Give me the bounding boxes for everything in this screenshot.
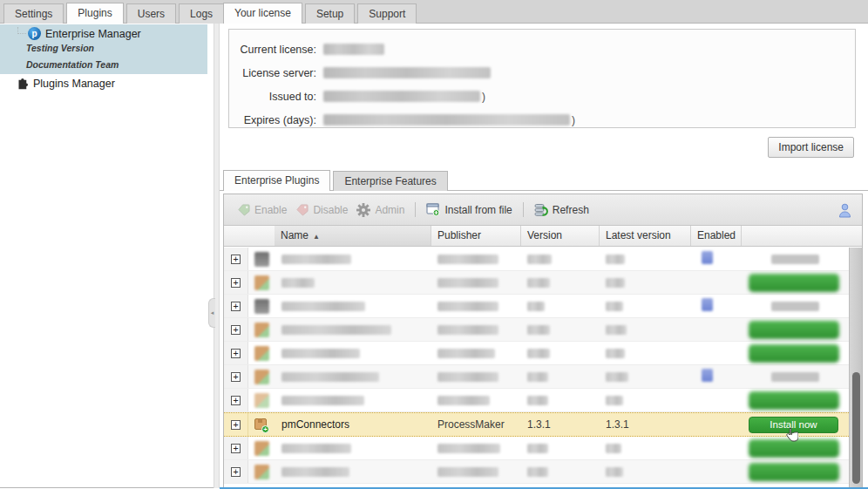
header-name[interactable]: Name▲ bbox=[275, 226, 431, 246]
table-row[interactable]: + bbox=[224, 437, 849, 460]
expand-toggle[interactable]: + bbox=[224, 295, 248, 317]
processmaker-enterprise-manager-window: Settings Plugins Users Logs Your license… bbox=[0, 0, 868, 489]
redacted-text bbox=[437, 467, 498, 477]
tree-node-subtitle: Testing Version bbox=[26, 43, 207, 53]
redacted-text bbox=[606, 302, 623, 311]
table-row[interactable]: + bbox=[224, 365, 849, 389]
plugin-name-redacted bbox=[275, 465, 431, 478]
redacted-text bbox=[606, 278, 625, 288]
plugin-latest-redacted bbox=[600, 347, 691, 359]
plugin-version: 1.3.1 bbox=[521, 418, 600, 431]
table-row[interactable]: + bbox=[224, 248, 849, 271]
plugin-icon bbox=[248, 370, 275, 384]
table-row[interactable]: + bbox=[224, 271, 849, 295]
expand-toggle[interactable]: + bbox=[224, 271, 248, 294]
redacted-install-button[interactable] bbox=[749, 344, 839, 363]
admin-button[interactable]: Admin bbox=[352, 203, 409, 217]
redacted-install-button[interactable] bbox=[749, 463, 839, 481]
plugin-latest-redacted bbox=[600, 442, 691, 454]
redacted-text bbox=[281, 325, 391, 335]
header-version[interactable]: Version bbox=[521, 226, 600, 246]
plugin-latest-redacted bbox=[600, 323, 691, 336]
panel-divider[interactable]: ◂ bbox=[214, 24, 220, 488]
tab-logs[interactable]: Logs bbox=[179, 3, 224, 24]
plugin-version-redacted bbox=[521, 323, 600, 336]
table-row[interactable]: + bbox=[224, 318, 849, 342]
plugin-icon bbox=[248, 393, 275, 408]
header-scrollbar-spacer bbox=[849, 226, 862, 246]
vertical-scrollbar[interactable] bbox=[849, 248, 862, 487]
license-field-row: Expires (days): ) bbox=[229, 108, 855, 132]
expand-plus-icon: + bbox=[231, 325, 241, 335]
install-now-button[interactable]: Install now bbox=[749, 417, 838, 433]
table-row-pmconnectors[interactable]: + + pmConnectors ProcessMaker 1.3.1 1.3.… bbox=[224, 412, 849, 437]
tab-your-license[interactable]: Your license bbox=[223, 3, 302, 24]
tab-setup[interactable]: Setup bbox=[305, 3, 355, 24]
redacted-install-button[interactable] bbox=[749, 391, 839, 410]
enable-button[interactable]: Enable bbox=[233, 204, 291, 216]
table-header: Name▲ Publisher Version Latest version E… bbox=[224, 226, 862, 247]
tab-plugins[interactable]: Plugins bbox=[66, 3, 123, 24]
redacted-install-button[interactable] bbox=[749, 274, 839, 292]
refresh-button[interactable]: Refresh bbox=[530, 203, 593, 217]
tab-support[interactable]: Support bbox=[357, 3, 417, 24]
import-license-button[interactable]: Import license bbox=[768, 137, 854, 158]
tab-enterprise-features[interactable]: Enterprise Features bbox=[333, 171, 447, 191]
plugin-version-redacted bbox=[521, 253, 600, 265]
expand-toggle[interactable]: + bbox=[224, 389, 248, 411]
install-from-file-button[interactable]: Install from file bbox=[422, 203, 516, 216]
redacted-enabled-checkbox bbox=[702, 369, 713, 382]
plugin-publisher-redacted bbox=[431, 394, 521, 406]
expand-toggle[interactable]: + bbox=[224, 413, 248, 436]
redacted-text bbox=[527, 444, 548, 453]
tree-node-enterprise-manager[interactable]: p Enterprise Manager Testing Version Doc… bbox=[0, 24, 207, 74]
expand-toggle[interactable]: + bbox=[224, 365, 248, 388]
tree-node-plugins-manager[interactable]: Plugins Manager bbox=[16, 78, 115, 90]
header-publisher[interactable]: Publisher bbox=[431, 226, 521, 246]
expand-toggle[interactable]: + bbox=[224, 318, 248, 341]
tab-settings[interactable]: Settings bbox=[3, 3, 64, 24]
expand-toggle[interactable]: + bbox=[224, 342, 248, 364]
redacted-text bbox=[281, 255, 351, 264]
tab-enterprise-plugins[interactable]: Enterprise Plugins bbox=[223, 170, 330, 191]
expand-toggle[interactable]: + bbox=[224, 437, 248, 459]
plugins-toolbar: Enable Disable bbox=[224, 194, 862, 226]
plugin-icon bbox=[248, 323, 275, 337]
install-from-file-label: Install from file bbox=[444, 204, 512, 216]
redacted-text bbox=[606, 467, 623, 477]
plugin-latest-version: 1.3.1 bbox=[600, 418, 691, 431]
tab-users[interactable]: Users bbox=[126, 3, 176, 24]
redacted-text bbox=[437, 325, 498, 335]
redacted-action bbox=[771, 302, 819, 311]
table-row[interactable]: + bbox=[224, 295, 849, 318]
table-row[interactable]: + bbox=[224, 342, 849, 365]
redacted-value bbox=[323, 114, 570, 126]
collapse-panel-handle[interactable]: ◂ bbox=[208, 298, 215, 328]
puzzle-piece-icon bbox=[16, 78, 28, 90]
admin-label: Admin bbox=[375, 204, 404, 216]
disable-button[interactable]: Disable bbox=[291, 204, 352, 216]
table-row[interactable]: + bbox=[224, 460, 849, 484]
user-icon[interactable] bbox=[838, 203, 851, 218]
plugin-action-cell bbox=[742, 255, 849, 264]
header-enabled[interactable]: Enabled bbox=[691, 226, 742, 246]
header-latest-version[interactable]: Latest version bbox=[600, 226, 691, 246]
scrollbar-thumb[interactable] bbox=[852, 372, 860, 484]
field-label: Expires (days): bbox=[229, 114, 316, 126]
tree-node-label: Enterprise Manager bbox=[45, 28, 141, 40]
expand-toggle[interactable]: + bbox=[224, 248, 248, 270]
redacted-text bbox=[281, 396, 364, 405]
redacted-value bbox=[323, 91, 480, 102]
redacted-install-button[interactable] bbox=[749, 321, 839, 339]
plugin-version-redacted bbox=[521, 442, 600, 454]
expand-toggle[interactable]: + bbox=[224, 460, 248, 483]
license-field-row: License server: bbox=[229, 61, 855, 85]
redacted-text bbox=[437, 278, 498, 288]
plugin-version-redacted bbox=[521, 276, 600, 289]
plugin-action-cell: Install now bbox=[742, 417, 849, 433]
redacted-text bbox=[281, 278, 315, 288]
field-suffix: ) bbox=[572, 114, 575, 126]
table-row[interactable]: + bbox=[224, 389, 849, 412]
disable-tag-icon bbox=[295, 204, 309, 216]
plugin-icon bbox=[248, 252, 275, 267]
